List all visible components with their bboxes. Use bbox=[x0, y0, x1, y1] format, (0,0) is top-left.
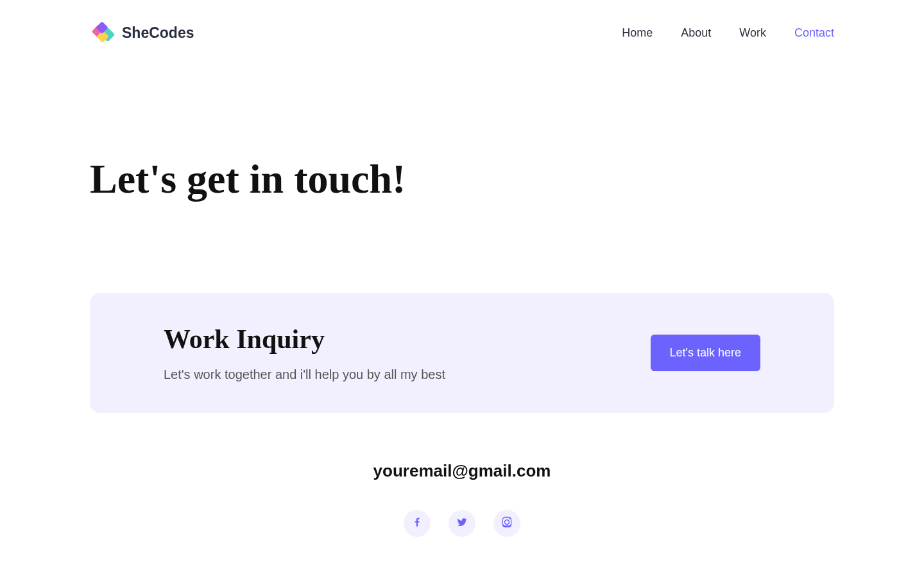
social-links bbox=[90, 510, 834, 537]
nav-home[interactable]: Home bbox=[622, 26, 653, 40]
card-subtitle: Let's work together and i'll help you by… bbox=[164, 367, 445, 382]
page-title: Let's get in touch! bbox=[90, 155, 834, 203]
nav-contact[interactable]: Contact bbox=[794, 26, 834, 40]
twitter-icon bbox=[456, 516, 468, 530]
twitter-link[interactable] bbox=[449, 510, 475, 537]
nav-about[interactable]: About bbox=[681, 26, 711, 40]
instagram-icon bbox=[501, 516, 513, 530]
work-inquiry-card: Work Inquiry Let's work together and i'l… bbox=[90, 293, 834, 413]
logo[interactable]: SheCodes bbox=[90, 19, 194, 46]
brand-name: SheCodes bbox=[122, 24, 194, 42]
contact-email[interactable]: youremail@gmail.com bbox=[90, 461, 834, 481]
header: SheCodes Home About Work Contact bbox=[90, 19, 834, 46]
facebook-icon bbox=[411, 516, 423, 530]
lets-talk-button[interactable]: Let's talk here bbox=[651, 335, 761, 371]
card-text: Work Inquiry Let's work together and i'l… bbox=[164, 324, 445, 382]
nav-work[interactable]: Work bbox=[739, 26, 766, 40]
logo-icon bbox=[90, 19, 117, 46]
instagram-link[interactable] bbox=[493, 510, 520, 537]
facebook-link[interactable] bbox=[404, 510, 431, 537]
main-nav: Home About Work Contact bbox=[622, 26, 834, 40]
card-title: Work Inquiry bbox=[164, 324, 445, 355]
